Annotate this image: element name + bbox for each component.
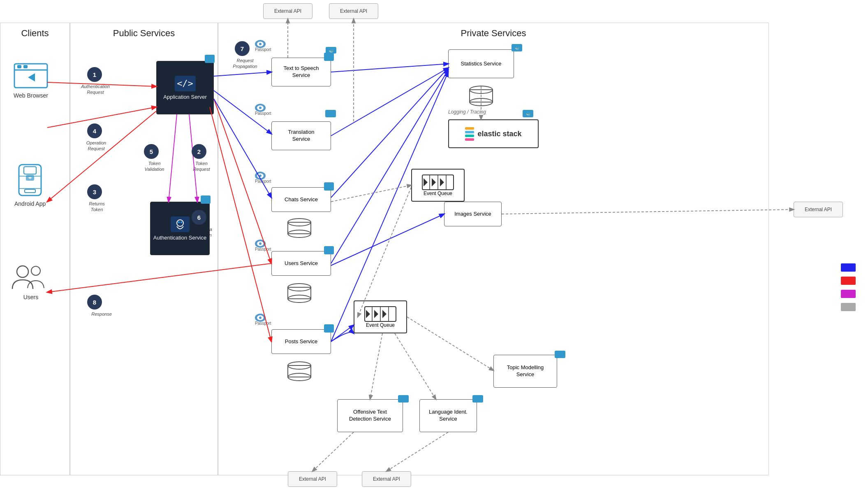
ext-api-top-right: External API <box>329 3 378 19</box>
docker-icon-tts <box>324 53 334 61</box>
android-app-icon: Android App <box>14 161 46 207</box>
badge-4: 4 <box>87 123 102 138</box>
auth-service-label: Authentication Service <box>153 235 206 242</box>
event-queue-bot-box: Event Queue <box>354 300 407 333</box>
images-label: Images Service <box>454 211 491 218</box>
stats-db-icon <box>469 86 493 106</box>
ext-api-right-mid: External API <box>794 202 843 217</box>
svg-marker-59 <box>382 310 387 318</box>
translation-label: TranslationService <box>288 129 315 143</box>
svg-rect-53 <box>288 287 311 299</box>
passport-chats-icon <box>254 171 266 181</box>
svg-text:🐳: 🐳 <box>526 112 531 116</box>
svg-rect-2 <box>17 65 21 68</box>
docker-icon-users <box>324 246 334 254</box>
svg-rect-3 <box>23 65 28 68</box>
docker-icon-authservice <box>201 195 211 204</box>
svg-point-22 <box>259 43 262 45</box>
chats-service-box: Chats Service <box>271 187 331 212</box>
svg-rect-16 <box>171 216 190 232</box>
language-ident-label: Language Ident.Service <box>429 409 468 423</box>
label-token-validation: TokenValidation <box>139 161 170 172</box>
svg-point-38 <box>259 175 262 177</box>
ext-api-bot-left: External API <box>288 471 337 487</box>
svg-rect-40 <box>288 222 311 234</box>
private-title: Private Services <box>218 23 768 42</box>
logging-label: Logging / Tracing <box>448 109 486 115</box>
app-server-label: Application Server <box>163 94 207 101</box>
svg-point-12 <box>17 266 28 277</box>
svg-point-34 <box>259 107 262 109</box>
tts-label: Text to SpeechService <box>284 65 319 79</box>
statistics-service-box: Statistics Service <box>448 49 514 78</box>
label-response: Response <box>87 311 116 317</box>
topic-modelling-label: Topic ModellingService <box>507 364 544 378</box>
topic-modelling-box: Topic ModellingService <box>493 355 557 388</box>
label-auth-request: AuthenticationRequest <box>79 84 112 95</box>
svg-point-19 <box>181 221 182 223</box>
svg-rect-70 <box>555 351 565 358</box>
passport-tts-icon <box>254 39 266 49</box>
users-db-icon <box>287 283 312 304</box>
passport-translation-icon <box>254 103 266 113</box>
badge-5: 5 <box>144 144 159 159</box>
web-browser-icon: Web Browser <box>12 62 49 99</box>
legend-purple <box>841 290 856 298</box>
docker-topic-icon <box>554 350 566 359</box>
svg-text:</>: </> <box>177 78 193 88</box>
public-title: Public Services <box>70 23 218 42</box>
translation-service-box: TranslationService <box>271 121 331 150</box>
label-request-prop: RequestPropagation <box>229 58 261 70</box>
chats-label: Chats Service <box>285 196 318 203</box>
svg-rect-66 <box>288 365 311 377</box>
auth-service-box: Authentication Service <box>150 202 210 255</box>
docker-icon-chats <box>324 182 334 191</box>
legend-red <box>841 277 856 285</box>
posts-service-box: Posts Service <box>271 329 331 354</box>
svg-marker-46 <box>440 178 444 186</box>
legend-blue <box>841 263 856 272</box>
legend-gray <box>841 303 856 311</box>
language-ident-box: Language Ident.Service <box>419 399 477 432</box>
svg-marker-4 <box>28 73 35 81</box>
badge-1: 1 <box>87 67 102 82</box>
chats-db-icon <box>287 218 312 239</box>
elastic-logo <box>465 127 474 141</box>
statistics-label: Statistics Service <box>461 61 502 67</box>
svg-rect-68 <box>472 395 483 403</box>
users-label: Users <box>23 294 39 300</box>
label-token-request: TokenRequest <box>187 161 216 172</box>
svg-marker-61 <box>366 310 370 318</box>
users-icon: Users <box>10 263 51 300</box>
users-service-box: Users Service <box>271 251 331 276</box>
docker-stats-icon: 🐳 <box>511 43 523 52</box>
tts-service-box: Text to SpeechService <box>271 58 331 86</box>
ext-api-bot-right: External API <box>362 471 411 487</box>
app-server-box: </> Application Server <box>156 61 214 114</box>
passport-users-icon <box>254 239 266 249</box>
svg-rect-28 <box>470 90 493 102</box>
docker-logging-icon: 🐳 <box>522 109 534 118</box>
svg-rect-69 <box>398 395 409 403</box>
diagram-container: Clients Public Services Private Services… <box>0 0 868 491</box>
event-queue-top-box: Event Queue <box>411 169 465 202</box>
android-app-label: Android App <box>14 200 46 207</box>
svg-marker-48 <box>424 178 428 186</box>
posts-label: Posts Service <box>285 338 317 345</box>
svg-text:🐳: 🐳 <box>515 46 520 51</box>
svg-point-18 <box>178 221 180 223</box>
users-service-label: Users Service <box>285 260 318 267</box>
offensive-text-label: Offensive TextDetection Service <box>349 409 391 423</box>
images-service-box: Images Service <box>444 202 502 226</box>
elastic-stack-label: elastic stack <box>477 130 521 138</box>
legend-container <box>841 263 856 311</box>
web-browser-label: Web Browser <box>14 92 48 99</box>
offensive-text-box: Offensive TextDetection Service <box>337 399 403 432</box>
event-queue-bot-label: Event Queue <box>366 322 395 328</box>
badge-2: 2 <box>192 144 206 159</box>
label-op-request: OperationRequest <box>80 140 113 152</box>
svg-rect-6 <box>24 167 36 174</box>
label-returns-token: ReturnsToken <box>81 201 112 213</box>
svg-marker-60 <box>374 310 378 318</box>
ext-api-top-left: External API <box>263 3 312 19</box>
